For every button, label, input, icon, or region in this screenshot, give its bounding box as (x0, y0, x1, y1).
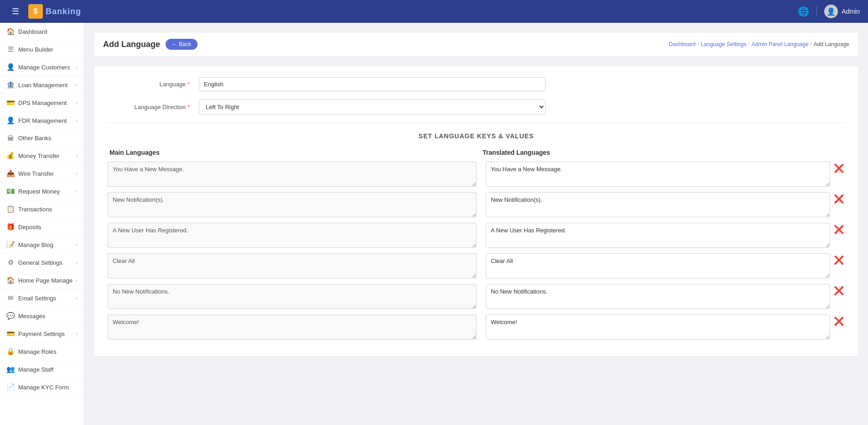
main-lang-textarea-1[interactable]: New Notification(s). (108, 192, 477, 217)
lang-table-header: Main Languages Translated Languages (108, 149, 845, 156)
form-card: Language * Language Direction * Left To … (94, 66, 859, 357)
sidebar-icon-manage-staff: 👥 (6, 365, 15, 373)
sidebar-item-manage-customers[interactable]: 👤 Manage Customers › (0, 58, 84, 76)
sidebar: 🏠 Dashboard ☰ Menu Builder 👤 Manage Cust… (0, 23, 84, 425)
sidebar-item-fdr-management[interactable]: 👤 FDR Management › (0, 112, 84, 130)
sidebar-icon-manage-blog: 📝 (6, 241, 15, 249)
sidebar-label-manage-blog: Manage Blog (18, 241, 53, 248)
sidebar-icon-dashboard: 🏠 (6, 27, 15, 36)
remove-lang-btn-0[interactable]: ❌ (833, 163, 845, 173)
chevron-icon-email-settings: › (76, 295, 78, 301)
main-lang-textarea-2[interactable]: A New User Has Registered. (108, 223, 477, 248)
sidebar-label-home-page-manage: Home Page Manage (18, 277, 73, 284)
breadcrumb-current: Add Language (814, 41, 849, 47)
sidebar-item-dashboard[interactable]: 🏠 Dashboard (0, 23, 84, 41)
language-direction-row: Language Direction * Left To Right Right… (108, 100, 845, 115)
chevron-icon-general-settings: › (76, 260, 78, 265)
remove-lang-btn-3[interactable]: ❌ (833, 255, 845, 265)
sidebar-label-wire-transfer: Wire Transfer (18, 170, 54, 177)
sidebar-icon-other-banks: 🏛 (6, 134, 15, 142)
top-navigation: ☰ $ Banking 🌐 👤 Admin (0, 0, 868, 23)
translated-lang-textarea-2[interactable]: A New User Has Registered. (486, 223, 830, 248)
sidebar-icon-money-transfer: 💰 (6, 152, 15, 160)
sidebar-label-manage-roles: Manage Roles (18, 348, 57, 355)
sidebar-item-manage-kyc[interactable]: 📄 Manage KYC Form (0, 378, 84, 396)
language-button[interactable]: 🌐 (798, 6, 809, 17)
main-content: Add Language ← Back Dashboard / Language… (84, 23, 868, 425)
sidebar-icon-payment-settings: 💳 (6, 330, 15, 338)
chevron-icon-home-page-manage: › (76, 278, 78, 283)
remove-lang-btn-5[interactable]: ❌ (833, 316, 845, 326)
breadcrumb-admin-panel-language[interactable]: Admin Panel Language (752, 41, 809, 47)
sidebar-label-fdr-management: FDR Management (18, 117, 67, 124)
sidebar-label-loan-management: Loan Management (18, 82, 68, 89)
chevron-icon-request-money: › (76, 189, 78, 194)
sidebar-item-manage-staff[interactable]: 👥 Manage Staff (0, 361, 84, 378)
language-direction-label: Language Direction * (108, 104, 199, 110)
sidebar-label-deposits: Deposits (18, 224, 42, 231)
nav-divider (816, 6, 817, 17)
chevron-icon-fdr-management: › (76, 118, 78, 123)
main-lang-textarea-3[interactable]: Clear All (108, 253, 477, 278)
translated-lang-textarea-1[interactable]: New Notification(s). (486, 192, 830, 217)
sidebar-label-request-money: Request Money (18, 188, 60, 195)
sidebar-item-transactions[interactable]: 📋 Transactions (0, 200, 84, 218)
main-lang-textarea-0[interactable]: You Have a New Message. (108, 162, 477, 187)
section-title: SET LANGUAGE KEYS & VALUES (108, 132, 845, 140)
chevron-icon-manage-customers: › (76, 64, 78, 70)
main-lang-textarea-4[interactable]: No New Notifications. (108, 284, 477, 309)
sidebar-item-home-page-manage[interactable]: 🏠 Home Page Manage › (0, 272, 84, 289)
sidebar-label-manage-customers: Manage Customers (18, 64, 70, 71)
lang-row: No New Notifications. No New Notificatio… (108, 284, 845, 309)
sidebar-icon-general-settings: ⚙ (6, 258, 15, 267)
remove-lang-btn-1[interactable]: ❌ (833, 194, 845, 204)
translated-lang-textarea-3[interactable]: Clear All (486, 253, 830, 278)
remove-lang-btn-2[interactable]: ❌ (833, 225, 845, 235)
hamburger-button[interactable]: ☰ (8, 5, 23, 18)
sidebar-item-messages[interactable]: 💬 Messages (0, 307, 84, 325)
topnav-right: 🌐 👤 Admin (798, 5, 860, 18)
sidebar-label-other-banks: Other Banks (18, 135, 51, 142)
sidebar-label-menu-builder: Menu Builder (18, 46, 53, 53)
language-input[interactable] (199, 77, 546, 91)
sidebar-label-messages: Messages (18, 313, 45, 320)
sidebar-label-manage-staff: Manage Staff (18, 366, 53, 373)
language-direction-select[interactable]: Left To Right Right To Left (199, 100, 546, 115)
translated-lang-textarea-4[interactable]: No New Notifications. (486, 284, 830, 309)
back-button[interactable]: ← Back (166, 39, 198, 50)
sidebar-item-loan-management[interactable]: 🏦 Loan Management › (0, 76, 84, 94)
breadcrumb-language-settings[interactable]: Language Settings (701, 41, 746, 47)
sidebar-item-menu-builder[interactable]: ☰ Menu Builder (0, 41, 84, 58)
main-lang-textarea-5[interactable]: Welcome! (108, 315, 477, 340)
admin-area[interactable]: 👤 Admin (824, 5, 860, 18)
logo-text: Banking (46, 7, 81, 16)
sidebar-icon-deposits: 🎁 (6, 223, 15, 231)
admin-name: Admin (842, 8, 860, 15)
logo-icon: $ (28, 4, 43, 19)
remove-lang-btn-4[interactable]: ❌ (833, 286, 845, 296)
sidebar-item-money-transfer[interactable]: 💰 Money Transfer › (0, 147, 84, 165)
col-translated-label: Translated Languages (481, 149, 845, 156)
sidebar-icon-manage-customers: 👤 (6, 63, 15, 71)
sidebar-item-payment-settings[interactable]: 💳 Payment Settings › (0, 325, 84, 343)
sidebar-label-payment-settings: Payment Settings (18, 331, 65, 337)
sidebar-item-other-banks[interactable]: 🏛 Other Banks (0, 130, 84, 147)
sidebar-item-request-money[interactable]: 💵 Request Money › (0, 183, 84, 200)
sidebar-item-manage-roles[interactable]: 🔒 Manage Roles (0, 343, 84, 361)
sidebar-label-transactions: Transactions (18, 206, 52, 213)
sidebar-item-wire-transfer[interactable]: 📤 Wire Transfer › (0, 165, 84, 183)
breadcrumb-dashboard[interactable]: Dashboard (669, 41, 696, 47)
sidebar-item-manage-blog[interactable]: 📝 Manage Blog › (0, 236, 84, 254)
sidebar-item-email-settings[interactable]: ✉ Email Settings › (0, 289, 84, 307)
sidebar-icon-wire-transfer: 📤 (6, 169, 15, 178)
lang-row: A New User Has Registered. A New User Ha… (108, 223, 845, 248)
translated-lang-textarea-5[interactable]: Welcome! (486, 315, 830, 340)
lang-row: Clear All Clear All ❌ (108, 253, 845, 278)
translated-lang-textarea-0[interactable]: You Have a New Message. (486, 162, 830, 187)
sidebar-icon-home-page-manage: 🏠 (6, 276, 15, 284)
sidebar-label-money-transfer: Money Transfer (18, 152, 59, 159)
sidebar-item-deposits[interactable]: 🎁 Deposits (0, 218, 84, 236)
sidebar-item-general-settings[interactable]: ⚙ General Settings › (0, 254, 84, 272)
page-header: Add Language ← Back Dashboard / Language… (94, 32, 859, 57)
sidebar-item-dps-management[interactable]: 💳 DPS Management › (0, 94, 84, 112)
